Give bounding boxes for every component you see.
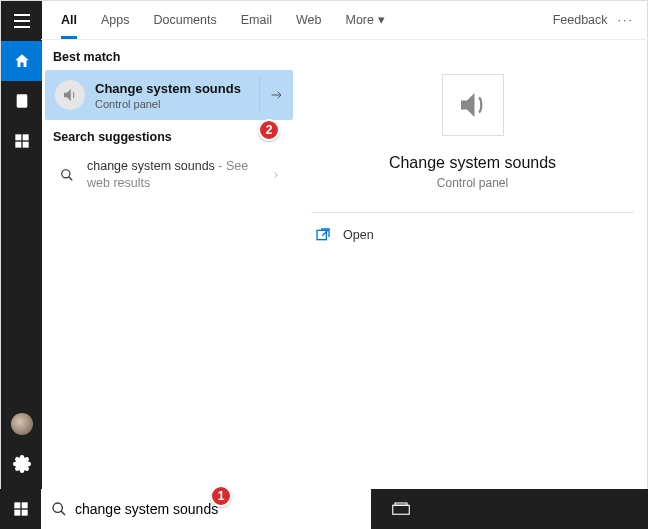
svg-rect-22 xyxy=(21,510,27,516)
arrow-right-icon[interactable] xyxy=(259,76,293,114)
svg-rect-8 xyxy=(16,142,21,147)
svg-rect-2 xyxy=(14,26,30,28)
start-button[interactable] xyxy=(0,489,41,529)
best-match-subtitle: Control panel xyxy=(95,98,253,110)
detail-column: Change system sounds Control panel Open xyxy=(297,40,648,489)
tab-more[interactable]: More▾ xyxy=(333,0,396,39)
svg-rect-0 xyxy=(14,14,30,16)
results-column: Best match Change system sounds Control … xyxy=(41,40,297,489)
annotation-badge-1: 1 xyxy=(210,485,232,507)
home-icon[interactable] xyxy=(1,41,42,81)
open-action[interactable]: Open xyxy=(311,213,634,257)
detail-speaker-icon xyxy=(442,74,504,136)
hamburger-icon[interactable] xyxy=(1,1,42,41)
best-match-item[interactable]: Change system sounds Control panel xyxy=(45,70,293,120)
document-icon[interactable] xyxy=(1,81,42,121)
svg-rect-9 xyxy=(23,142,28,147)
tab-email[interactable]: Email xyxy=(229,0,284,39)
svg-rect-1 xyxy=(14,20,30,22)
svg-rect-6 xyxy=(16,135,21,140)
svg-rect-20 xyxy=(21,502,27,508)
filter-tabs: All Apps Documents Email Web More▾ Feedb… xyxy=(41,0,648,40)
chevron-right-icon xyxy=(271,166,281,184)
best-match-title: Change system sounds xyxy=(95,81,253,96)
open-label: Open xyxy=(343,228,374,242)
svg-line-16 xyxy=(69,177,73,181)
taskbar xyxy=(0,489,648,529)
tab-documents[interactable]: Documents xyxy=(141,0,228,39)
windows-rail xyxy=(1,1,42,528)
svg-rect-7 xyxy=(23,135,28,140)
search-icon xyxy=(51,501,67,517)
gear-icon[interactable] xyxy=(1,444,42,484)
tab-web[interactable]: Web xyxy=(284,0,333,39)
tab-all[interactable]: All xyxy=(49,0,89,39)
svg-rect-25 xyxy=(393,505,410,514)
detail-subtitle: Control panel xyxy=(437,176,508,190)
best-match-header: Best match xyxy=(41,40,297,70)
detail-title: Change system sounds xyxy=(389,154,556,172)
search-panel: All Apps Documents Email Web More▾ Feedb… xyxy=(41,0,648,489)
more-options-icon[interactable]: ··· xyxy=(618,13,634,27)
feedback-link[interactable]: Feedback xyxy=(553,13,608,27)
svg-rect-17 xyxy=(317,230,326,239)
suggestion-item[interactable]: change system sounds - See web results xyxy=(45,150,293,200)
search-icon xyxy=(57,168,77,182)
chevron-down-icon: ▾ xyxy=(378,12,385,27)
suggestion-text: change system sounds - See web results xyxy=(87,158,271,192)
svg-rect-21 xyxy=(14,510,20,516)
apps-icon[interactable] xyxy=(1,121,42,161)
svg-rect-19 xyxy=(14,502,20,508)
taskbar-apps xyxy=(371,489,648,529)
user-avatar[interactable] xyxy=(1,404,42,444)
task-view-icon[interactable] xyxy=(379,494,423,524)
tab-apps[interactable]: Apps xyxy=(89,0,142,39)
svg-line-24 xyxy=(61,511,65,515)
svg-rect-26 xyxy=(395,503,407,505)
svg-point-15 xyxy=(62,170,70,178)
speaker-icon xyxy=(55,80,85,110)
svg-point-23 xyxy=(53,503,62,512)
taskbar-search[interactable] xyxy=(41,489,371,529)
annotation-badge-2: 2 xyxy=(258,119,280,141)
